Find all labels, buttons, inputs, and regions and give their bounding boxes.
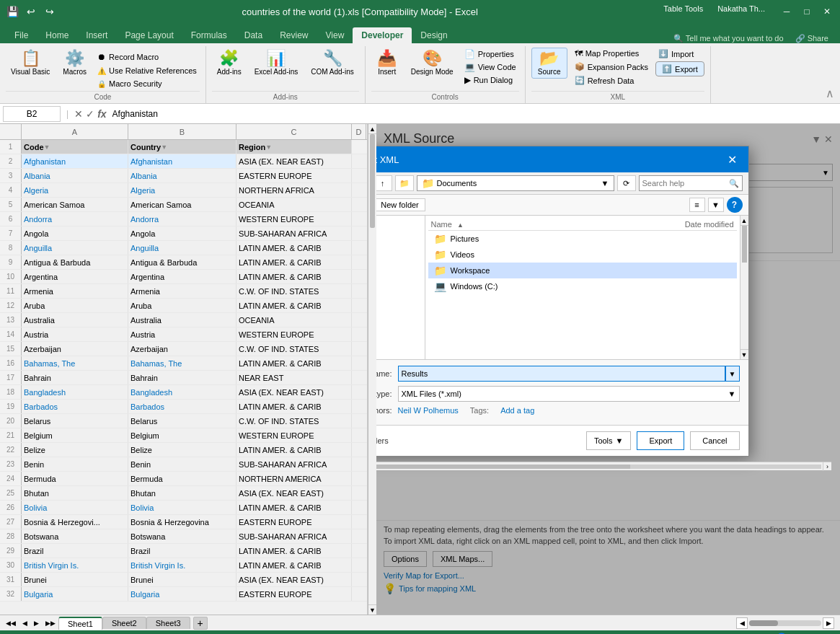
cell-region[interactable]: SUB-SAHARAN AFRICA [236,457,352,471]
visual-basic-button[interactable]: 📋 Visual Basic [6,48,55,79]
cell-region[interactable]: LATIN AMER. & CARIB [236,400,352,413]
refresh-data-button[interactable]: 🔄 Refresh Data [572,74,651,87]
cell-region[interactable]: LATIN AMER. & CARIB [236,299,352,312]
cancel-formula-icon[interactable]: ✕ [74,108,83,120]
confirm-formula-icon[interactable]: ✓ [86,108,94,120]
cell-code[interactable]: Bhutan [22,486,128,500]
cell-country[interactable]: Brazil [128,544,236,558]
sheet-scroll-first[interactable]: ◀◀ [3,618,19,628]
col-header-c[interactable]: C [236,124,352,140]
cell-code[interactable]: Bahamas, The [22,356,128,370]
tools-button[interactable]: Tools ▼ [586,431,632,450]
tab-data[interactable]: Data [236,27,271,43]
cell-code[interactable]: Australia [22,313,128,327]
cell-country[interactable]: Barbados [128,400,236,413]
cell-region[interactable]: LATIN AMER. & CARIB [236,241,352,255]
cancel-button[interactable]: Cancel [690,431,739,450]
hide-folders-button[interactable]: ▲ Hide Folders [376,436,389,445]
cell-region[interactable]: SUB-SAHARAN AFRICA [236,226,352,240]
cell-region[interactable]: LATIN AMER. & CARIB [236,356,352,370]
cell-code[interactable]: Bosnia & Herzegovi... [22,515,128,529]
maximize-button[interactable]: □ [800,4,814,19]
cell-country[interactable]: Australia [128,313,236,327]
file-scroll-down[interactable]: ▼ [740,349,748,359]
cell-region[interactable]: C.W. OF IND. STATES [236,284,352,298]
cell-region[interactable]: WESTERN EUROPE [236,428,352,442]
h-scroll-right-btn[interactable]: ▶ [823,617,834,629]
cell-code[interactable]: Bolivia [22,501,128,514]
cell-country[interactable]: Afghanistan [128,154,236,168]
tab-formulas[interactable]: Formulas [182,27,236,43]
cell-code[interactable]: Azerbaijan [22,342,128,356]
cell-region[interactable]: LATIN AMER. & CARIB [236,501,352,514]
run-dialog-button[interactable]: ▶ Run Dialog [461,74,519,87]
cell-code[interactable]: Benin [22,457,128,471]
col-header-a[interactable]: A [22,124,128,140]
col-header-d[interactable]: D [352,124,366,140]
nav-dropdown-icon[interactable]: ▼ [601,179,609,188]
col-header-b[interactable]: B [128,124,236,140]
h-scroll-left-btn[interactable]: ◀ [736,617,748,629]
cell-code[interactable]: Aruba [22,299,128,312]
cell-code[interactable]: British Virgin Is. [22,558,128,572]
cell-region[interactable]: ASIA (EX. NEAR EAST) [236,385,352,399]
cell-country[interactable]: Bahrain [128,371,236,384]
file-scroll-up[interactable]: ▲ [740,216,748,226]
cell-region[interactable]: EASTERN EUROPE [236,515,352,529]
cell-country[interactable]: Bermuda [128,472,236,485]
cell-country[interactable]: Belize [128,443,236,457]
save-icon[interactable]: 💾 [6,5,19,18]
cell-code[interactable]: Belgium [22,428,128,442]
sheet-tab-2[interactable]: Sheet2 [102,617,146,629]
cell-code[interactable]: Bermuda [22,472,128,485]
dialog-close-button[interactable]: ✕ [724,151,741,168]
cell-region[interactable]: ASIA (EX. NEAR EAST) [236,154,352,168]
file-vertical-scrollbar[interactable]: ▲ ▼ [740,216,748,359]
cell-country[interactable]: Azerbaijan [128,342,236,356]
cell-country[interactable]: Benin [128,457,236,471]
cell-code[interactable]: Antigua & Barbuda [22,255,128,269]
cell-country[interactable]: Andorra [128,212,236,226]
cell-code[interactable]: Angola [22,226,128,240]
cell-region[interactable]: LATIN AMER. & CARIB [236,443,352,457]
spreadsheet-scrollbar[interactable]: ▲ ▼ [368,124,376,615]
save-type-select[interactable]: XML Files (*.xml) ▼ [398,386,740,402]
cell-country[interactable]: Antigua & Barbuda [128,255,236,269]
minimize-button[interactable]: ─ [779,4,794,19]
cell-country[interactable]: Albania [128,169,236,182]
cell-region[interactable]: WESTERN EUROPE [236,212,352,226]
cell-region[interactable]: NORTHERN AFRICA [236,183,352,197]
cell-code[interactable]: Albania [22,169,128,182]
h-scroll-right[interactable]: › [823,462,831,471]
sheet-scroll-next[interactable]: ▶ [31,618,42,628]
cell-country[interactable]: Argentina [128,270,236,283]
cell-code[interactable]: Belize [22,443,128,457]
cell-code[interactable]: Bulgaria [22,587,128,601]
insert-button[interactable]: 📥 Insert [371,48,403,79]
cell-reference-input[interactable] [3,106,61,122]
tab-developer[interactable]: Developer [353,27,412,43]
cell-region[interactable]: C.W. OF IND. STATES [236,414,352,428]
cell-country[interactable]: Angola [128,226,236,240]
sheet-scroll-prev[interactable]: ◀ [19,618,30,628]
cell-code[interactable]: Barbados [22,400,128,413]
cell-country[interactable]: Armenia [128,284,236,298]
excel-add-ins-button[interactable]: 📊 Excel Add-ins [249,48,304,79]
cell-country[interactable]: Brunei [128,573,236,586]
tags-value[interactable]: Add a tag [500,406,534,415]
sheet-tab-1[interactable]: Sheet1 [58,617,102,630]
cell-code[interactable]: Bangladesh [22,385,128,399]
add-ins-button[interactable]: 🧩 Add-ins [212,48,247,79]
cell-code[interactable]: Bahrain [22,371,128,384]
cell-code[interactable]: Brunei [22,573,128,586]
function-icon[interactable]: fx [97,108,106,120]
view-list-button[interactable]: ≡ [689,198,705,212]
properties-button[interactable]: 📄 Properties [461,48,519,61]
file-item-windows-c[interactable]: 💻 Windows (C:) [428,278,737,294]
tab-review[interactable]: Review [271,27,317,43]
file-name-input[interactable] [398,366,725,382]
scroll-up-arrow[interactable]: ▲ [368,124,376,134]
cell-region[interactable]: OCEANIA [236,313,352,327]
tab-file[interactable]: File [6,27,37,43]
cell-country[interactable]: Bolivia [128,501,236,514]
